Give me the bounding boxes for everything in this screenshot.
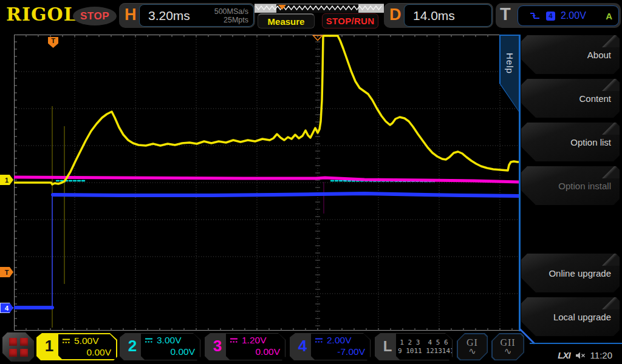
measure-button[interactable]: Measure <box>258 13 315 29</box>
menu-item-content[interactable]: Content <box>521 79 620 118</box>
menu-item-about[interactable]: About <box>521 35 620 74</box>
dc-coupling-icon <box>145 337 154 343</box>
channel-4-offset: -7.00V <box>315 346 365 357</box>
channel-2-scale: 3.00V <box>157 335 182 346</box>
channel-4-values: 2.00V -7.00V <box>311 334 370 360</box>
logic-label: L <box>380 338 395 355</box>
dc-coupling-icon <box>62 338 71 344</box>
logic-row-1: 0 1 2 3 4 5 6 7 <box>392 339 456 347</box>
menu-item-option-list[interactable]: Option list <box>521 123 620 161</box>
channel-1-offset: 0.00V <box>62 347 111 358</box>
logic-row-2: 8 9 1011 12131415 <box>390 347 459 356</box>
generator-2-button[interactable]: GII ∿ <box>491 333 524 360</box>
red-grid-icon <box>9 338 28 357</box>
delay-inner: 14.0ms <box>404 4 492 27</box>
delay-position-marker[interactable] <box>312 35 323 41</box>
sample-rate: 500MSa/s <box>214 7 248 16</box>
menu-border-line <box>519 35 521 331</box>
menu-border-bottom <box>530 343 622 344</box>
waveform-display[interactable] <box>14 35 519 331</box>
memory-depth: 25Mpts <box>224 16 248 24</box>
menu-item-content-label: Content <box>579 93 611 104</box>
menu-item-option-install: Option install <box>521 166 620 205</box>
menu-item-option-list-label: Option list <box>570 137 611 147</box>
channel-3-number: 3 <box>210 337 225 356</box>
channel-1-box[interactable]: 1 5.00V 0.00V <box>36 333 117 360</box>
channel-1-values: 5.00V 0.00V <box>58 334 116 359</box>
dc-coupling-icon <box>315 337 324 343</box>
generator-2-fill: GII ∿ <box>493 334 524 360</box>
trigger-source-badge: 4 <box>546 12 555 21</box>
menu-item-local-upgrade[interactable]: Local upgrade <box>521 297 620 336</box>
channel-3-scale: 1.20V <box>242 335 267 346</box>
clock: 11:20 <box>590 350 612 360</box>
ch4-level-tag[interactable]: 4 <box>0 303 13 313</box>
channel-2-values: 3.00V 0.00V <box>141 334 200 360</box>
channel-3-offset: 0.00V <box>230 346 280 357</box>
rigol-logo: RIGOL <box>6 4 77 25</box>
trigger-inner: 4 2.00V A <box>518 5 619 26</box>
channel-4-scale: 2.00V <box>327 335 352 346</box>
channel-3-values: 1.20V 0.00V <box>226 334 285 360</box>
stop-run-button[interactable]: STOP/RUN <box>322 13 378 29</box>
trigger-panel[interactable]: T 4 2.00V A <box>496 3 621 28</box>
lxi-badge: LXI <box>558 350 570 360</box>
generator-1-fill: GI ∿ <box>458 334 487 360</box>
channel-2-box[interactable]: 2 3.00V 0.00V <box>120 333 200 360</box>
sine-wave-icon: ∿ <box>468 346 476 356</box>
channel-1-scale: 5.00V <box>74 335 99 346</box>
falling-edge-trigger-icon <box>529 11 541 21</box>
waveform-overview-strip[interactable] <box>255 2 384 13</box>
channel-3-box[interactable]: 3 1.20V 0.00V <box>205 333 285 360</box>
menu-item-about-label: About <box>587 50 611 60</box>
channel-2-number: 2 <box>125 337 140 356</box>
status-area: LXI 11:20 <box>558 350 612 360</box>
menu-item-local-upgrade-label: Local upgrade <box>553 312 611 322</box>
dc-coupling-icon <box>230 337 239 343</box>
delay-value: 14.0ms <box>405 8 455 23</box>
generator-1-button[interactable]: GI ∿ <box>457 333 488 360</box>
menu-item-online-upgrade-label: Online upgrade <box>549 268 611 278</box>
logic-analyzer-box[interactable]: L 0 1 2 3 4 5 6 7 8 9 1011 12131415 <box>375 333 453 360</box>
trigger-mode: A <box>606 11 612 21</box>
main-menu-button[interactable] <box>2 332 34 362</box>
delay-panel[interactable]: D 14.0ms <box>384 3 493 28</box>
ch1-level-tag[interactable]: 1 <box>0 175 13 185</box>
horizontal-inner: 3.20ms 500MSa/s 25Mpts <box>139 4 254 27</box>
delay-label: D <box>389 5 402 24</box>
horizontal-panel[interactable]: H 3.20ms 500MSa/s 25Mpts <box>119 3 255 28</box>
channel-1-number: 1 <box>42 337 56 356</box>
channel-4-number: 4 <box>295 337 310 356</box>
logic-channels: 0 1 2 3 4 5 6 7 8 9 1011 12131415 <box>396 334 452 360</box>
oscilloscope-screen: RIGOL STOP H 3.20ms 500MSa/s 25Mpts Meas… <box>0 0 622 364</box>
acquisition-info: 500MSa/s 25Mpts <box>214 7 253 24</box>
trigger-label: T <box>500 4 511 24</box>
sine-wave-icon: ∿ <box>504 346 512 356</box>
channel-2-offset: 0.00V <box>145 346 195 357</box>
channel-4-box[interactable]: 4 2.00V -7.00V <box>290 333 371 360</box>
timebase-value: 3.20ms <box>140 8 190 23</box>
trigger-level-tag[interactable]: T <box>0 267 13 277</box>
run-state-badge: STOP <box>73 7 117 25</box>
horizontal-label: H <box>125 5 137 24</box>
trigger-level-value: 2.00V <box>561 10 586 21</box>
speaker-muted-icon[interactable] <box>575 351 586 360</box>
menu-item-online-upgrade[interactable]: Online upgrade <box>521 254 620 292</box>
menu-item-option-install-label: Option install <box>558 181 611 191</box>
